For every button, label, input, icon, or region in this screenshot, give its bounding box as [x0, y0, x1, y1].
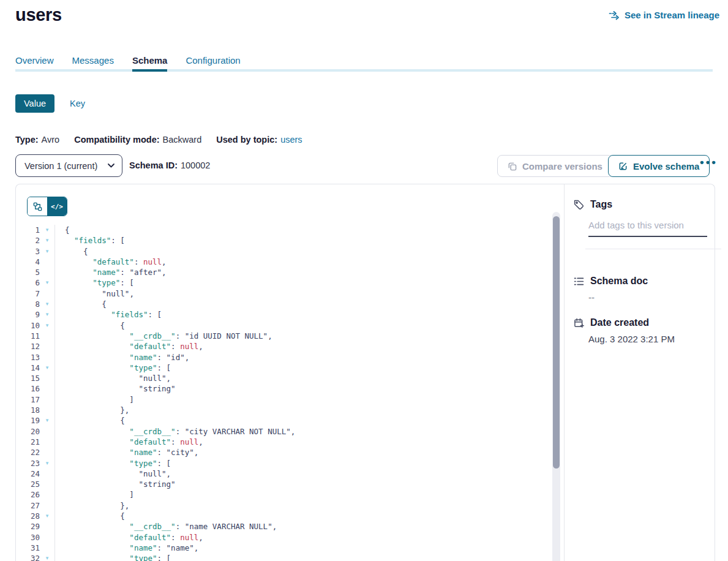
schema-detail-panel: </> 1▾{2▾ "fields": [3▾ {4 "default": nu… [15, 184, 715, 561]
code-text: { [54, 415, 552, 426]
line-number: 2 [16, 235, 40, 246]
tab-overview[interactable]: Overview [15, 55, 54, 72]
fold-collapse-icon[interactable]: ▾ [40, 511, 54, 521]
code-text: ] [54, 489, 552, 500]
line-number: 24 [16, 469, 40, 479]
line-number: 28 [16, 511, 40, 521]
compat-label: Compatibility mode: [74, 135, 159, 145]
code-line: 24 "null", [16, 469, 552, 479]
code-text: "fields": [ [54, 309, 552, 320]
fold-collapse-icon[interactable]: ▾ [40, 246, 54, 257]
code-line: 11 "__crdb__": "id UUID NOT NULL", [16, 331, 552, 341]
tab-configuration[interactable]: Configuration [186, 55, 240, 72]
tags-title: Tags [590, 199, 612, 210]
more-actions-button[interactable]: ••• [700, 156, 718, 169]
fold-spacer [40, 521, 54, 532]
code-line: 5 "name": "after", [16, 267, 552, 277]
fold-spacer [40, 469, 54, 479]
code-text: "default": null, [54, 257, 552, 267]
line-number: 9 [16, 309, 40, 320]
fold-collapse-icon[interactable]: ▾ [40, 415, 54, 426]
code-line: 3▾ { [16, 246, 552, 257]
calendar-plus-icon [574, 318, 584, 328]
code-text: "default": null, [54, 437, 552, 447]
line-number: 31 [16, 543, 40, 553]
key-tab-button[interactable]: Key [70, 99, 85, 108]
code-line: 17 ] [16, 394, 552, 405]
schema-id-label: Schema ID: [129, 160, 178, 170]
fold-spacer [40, 257, 54, 267]
type-label: Type: [15, 135, 39, 145]
tags-section-header: Tags [574, 199, 612, 210]
fold-collapse-icon[interactable]: ▾ [40, 277, 54, 288]
code-line: 10▾ { [16, 320, 552, 331]
code-text: "null", [54, 288, 552, 299]
fold-collapse-icon[interactable]: ▾ [40, 320, 54, 331]
tree-view-icon [33, 202, 42, 211]
code-line: 6▾ "type": [ [16, 277, 552, 288]
code-line: 12 "default": null, [16, 341, 552, 352]
topic-label: Used by topic: [216, 135, 277, 145]
tree-view-button[interactable] [28, 197, 47, 216]
code-line: 1▾{ [16, 225, 552, 235]
code-view-icon: </> [51, 203, 63, 211]
fold-collapse-icon[interactable]: ▾ [40, 553, 54, 561]
tags-input[interactable] [588, 219, 707, 237]
fold-collapse-icon[interactable]: ▾ [40, 309, 54, 320]
line-number: 1 [16, 225, 40, 235]
code-line: 8▾ { [16, 299, 552, 309]
version-select[interactable]: Version 1 (current) [15, 154, 122, 177]
tab-schema[interactable]: Schema [132, 55, 168, 72]
code-line: 30 "default": null, [16, 532, 552, 543]
topic-link[interactable]: users [280, 135, 302, 145]
code-line: 20 "__crdb__": "city VARCHAR NOT NULL", [16, 426, 552, 437]
page-title: users [15, 5, 62, 25]
scrollbar-thumb[interactable] [553, 216, 560, 469]
line-number: 5 [16, 267, 40, 277]
tab-messages[interactable]: Messages [72, 55, 114, 72]
see-in-stream-lineage-link[interactable]: See in Stream lineage [609, 10, 719, 20]
evolve-schema-button[interactable]: Evolve schema [608, 155, 710, 177]
value-tab-button[interactable]: Value [15, 94, 54, 113]
code-line: 9▾ "fields": [ [16, 309, 552, 320]
schema-doc-header: Schema doc [574, 276, 648, 287]
tab-bar: OverviewMessagesSchemaConfiguration [15, 55, 713, 72]
fold-collapse-icon[interactable]: ▾ [40, 299, 54, 309]
line-number: 3 [16, 246, 40, 257]
list-icon [574, 276, 584, 287]
code-view-button[interactable]: </> [47, 197, 67, 216]
code-line: 4 "default": null, [16, 257, 552, 267]
fold-spacer [40, 543, 54, 553]
line-number: 19 [16, 415, 40, 426]
code-line: 29 "__crdb__": "name VARCHAR NULL", [16, 521, 552, 532]
fold-collapse-icon[interactable]: ▾ [40, 458, 54, 469]
fold-collapse-icon[interactable]: ▾ [40, 225, 54, 235]
code-text: }, [54, 500, 552, 511]
code-text: { [54, 511, 552, 521]
code-text: ] [54, 394, 552, 405]
line-number: 7 [16, 288, 40, 299]
line-number: 12 [16, 341, 40, 352]
code-line: 21 "default": null, [16, 437, 552, 447]
fold-collapse-icon[interactable]: ▾ [40, 235, 54, 246]
code-text: "type": [ [54, 277, 552, 288]
sidebar-divider [585, 249, 721, 249]
code-text: "__crdb__": "id UUID NOT NULL", [54, 331, 552, 341]
code-text: "string" [54, 383, 552, 394]
code-line: 13 "name": "id", [16, 352, 552, 363]
compare-versions-icon [508, 162, 517, 171]
compare-versions-button[interactable]: Compare versions [497, 155, 613, 177]
line-number: 20 [16, 426, 40, 437]
schema-meta-row: Type:Avro Compatibility mode:Backward Us… [15, 135, 302, 145]
code-line: 28▾ { [16, 511, 552, 521]
fold-collapse-icon[interactable]: ▾ [40, 363, 54, 373]
schema-id: Schema ID:100002 [129, 154, 210, 177]
schema-sidebar: Tags Schema doc -- Date cre [565, 184, 715, 561]
code-text: { [54, 246, 552, 257]
line-number: 4 [16, 257, 40, 267]
date-created-header: Date created [574, 317, 649, 328]
code-line: 19▾ { [16, 415, 552, 426]
fold-spacer [40, 532, 54, 543]
fold-spacer [40, 447, 54, 457]
line-number: 29 [16, 521, 40, 532]
